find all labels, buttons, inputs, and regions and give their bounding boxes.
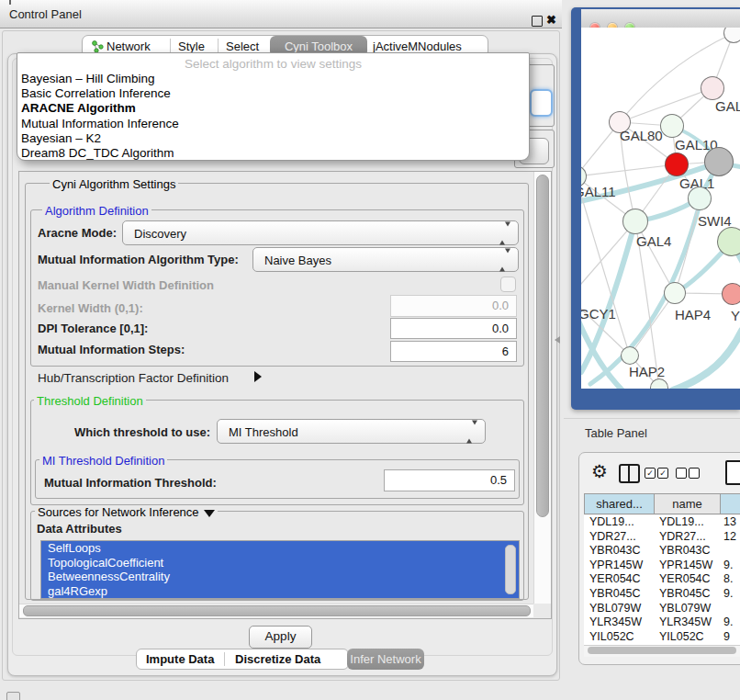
unchecked-box-icon[interactable]	[689, 468, 700, 479]
table-row[interactable]: YPR145WYPR145W9.	[584, 559, 740, 573]
algorithm-option[interactable]: ARACNE Algorithm	[21, 101, 525, 116]
network-node[interactable]	[688, 186, 712, 210]
mi-steps-field[interactable]: 6	[390, 341, 517, 362]
table-cell: YLR345W	[654, 615, 720, 630]
table-row[interactable]: YBR043CYBR043C	[584, 544, 740, 559]
mi-threshold-field[interactable]: 0.5	[384, 469, 515, 491]
table-cell	[720, 602, 740, 616]
network-node[interactable]	[723, 28, 740, 43]
table-cell: YBR043C	[654, 544, 720, 559]
apply-button[interactable]: Apply	[249, 626, 312, 649]
network-node-hap2[interactable]	[621, 346, 639, 365]
mi-steps-label: Mutual Information Steps:	[38, 343, 185, 356]
aracne-mode-combobox[interactable]: Discovery	[122, 220, 519, 245]
float-window-icon[interactable]	[532, 16, 543, 27]
horizontal-scrollbar-thumb[interactable]	[23, 605, 531, 616]
dpi-tolerance-field[interactable]: 0.0	[390, 318, 517, 339]
algorithm-option[interactable]: Basic Correlation Inference	[21, 86, 525, 101]
dpi-tolerance-label: DPI Tolerance [0,1]:	[38, 322, 148, 335]
which-threshold-value: MI Threshold	[229, 424, 298, 438]
document-icon[interactable]	[725, 460, 740, 485]
threshold-definition-legend: Threshold Definition	[34, 394, 146, 408]
window-edge-tick	[9, 0, 11, 5]
network-node-gal4[interactable]	[622, 209, 648, 234]
network-node-gal[interactable]	[701, 76, 724, 100]
table-row[interactable]: YER054CYER054C8.	[584, 572, 740, 587]
manual-kernel-checkbox[interactable]	[500, 277, 516, 292]
mi-threshold-legend: MI Threshold Definition	[39, 454, 167, 468]
table-row[interactable]: YDR27...YDR27...12	[584, 530, 740, 545]
tab-infer-network[interactable]: Infer Network	[347, 649, 424, 670]
network-canvas-nodes: GALGAL80GAL10GAL1GAL11GAL4SWI4GCY1HAP4YH…	[581, 28, 740, 389]
attribute-item[interactable]: TopologicalCoefficient	[41, 556, 519, 570]
panel-divider	[564, 418, 740, 419]
network-node-gal10[interactable]	[660, 114, 684, 138]
collapse-arrow-icon[interactable]	[204, 510, 215, 517]
screen: Control Panel ✖ Network Style Select Cyn…	[0, 0, 740, 700]
network-node[interactable]	[704, 147, 734, 176]
tab-network[interactable]: Network	[107, 40, 151, 53]
table-row[interactable]: YLR345WYLR345W9.	[584, 615, 740, 630]
table-row[interactable]: YBL079WYBL079W	[584, 602, 740, 616]
close-icon[interactable]: ✖	[546, 13, 556, 27]
which-threshold-combobox[interactable]: MI Threshold	[217, 419, 486, 444]
attribute-item[interactable]: gal4RGexp	[41, 584, 519, 599]
table-row[interactable]: YIL052CYIL052C9	[584, 630, 740, 645]
network-node-hap4[interactable]	[664, 282, 686, 304]
kernel-width-field[interactable]: 0.0	[390, 295, 517, 317]
which-threshold-label: Which threshold to use:	[74, 425, 210, 439]
table-cell: YDL19...	[584, 515, 654, 530]
network-node-y[interactable]	[722, 283, 740, 305]
tab-jactivemnodules[interactable]: jActiveMNodules	[373, 40, 462, 53]
algorithm-option[interactable]: Bayesian – K2	[21, 131, 525, 146]
network-node-swi4[interactable]	[717, 227, 740, 256]
checked-box-icon[interactable]: ✓	[645, 468, 656, 479]
minimized-panel-icon[interactable]	[6, 692, 20, 700]
kernel-width-label: Kernel Width (0,1):	[38, 301, 143, 315]
splitpane-collapse-icon[interactable]	[555, 336, 560, 344]
table-cell: YDR27...	[654, 530, 720, 545]
table-cell: 13	[720, 515, 740, 530]
table-hscrollbar-thumb[interactable]	[588, 647, 736, 654]
table-row[interactable]: YBR045CYBR045C9.	[584, 587, 740, 602]
sources-legend: Sources for Network Inference	[35, 505, 218, 519]
network-node-gal1[interactable]	[665, 152, 689, 176]
expand-arrow-icon[interactable]	[254, 371, 262, 382]
algorithm-dropdown: Select algorithm to view settings Bayesi…	[17, 52, 530, 161]
control-panel-titlebar[interactable]: Control Panel ✖	[0, 0, 562, 28]
attribute-item[interactable]: SelfLoops	[41, 541, 519, 556]
table-panel-title: Table Panel	[585, 426, 647, 440]
table-cell: YPR145W	[654, 559, 720, 573]
unchecked-box-icon[interactable]	[676, 468, 687, 479]
data-attributes-list: SelfLoopsTopologicalCoefficientBetweenne…	[40, 540, 520, 599]
algorithm-option[interactable]: Bayesian – Hill Climbing	[21, 72, 525, 86]
table-cell: YER054C	[654, 572, 720, 587]
mi-type-combobox[interactable]: Naive Bayes	[252, 247, 519, 272]
attr-items-holder: SelfLoopsTopologicalCoefficientBetweenne…	[41, 541, 519, 598]
table-row[interactable]: YDL19...YDL19...13	[584, 515, 740, 530]
mi-type-label: Mutual Information Algorithm Type:	[38, 253, 239, 266]
algorithm-combobox-fragment[interactable]	[530, 89, 553, 117]
tab-select[interactable]: Select	[226, 40, 259, 53]
network-window-titlebar[interactable]	[581, 9, 740, 28]
algorithm-option[interactable]: Dream8 DC_TDC Algorithm	[21, 146, 525, 161]
vertical-scrollbar-thumb[interactable]	[536, 175, 549, 517]
network-canvas[interactable]: GALGAL80GAL10GAL1GAL11GAL4SWI4GCY1HAP4YH…	[581, 28, 740, 389]
tab-style[interactable]: Style	[178, 40, 205, 53]
combo-arrows-icon	[499, 253, 510, 266]
column-header-partial[interactable]: A	[720, 493, 740, 514]
algorithm-option[interactable]: Mutual Information Inference	[21, 117, 525, 131]
hub-definition-label: Hub/Transcription Factor Definition	[38, 371, 229, 385]
list-scrollbar-thumb[interactable]	[505, 545, 516, 594]
column-header-shared[interactable]: shared...	[584, 493, 655, 514]
attribute-item[interactable]: BetweennessCentrality	[41, 570, 519, 584]
table-cell: YBR043C	[584, 544, 654, 559]
network-node[interactable]	[650, 378, 668, 389]
tab-impute-data[interactable]: Impute Data	[146, 652, 214, 666]
split-columns-icon[interactable]	[619, 464, 640, 483]
tab-discretize-data[interactable]: Discretize Data	[235, 652, 320, 666]
gear-icon[interactable]: ⚙	[591, 460, 608, 482]
table-cell: 8.	[720, 572, 740, 587]
column-header-name[interactable]: name	[654, 493, 721, 514]
checked-box-icon[interactable]: ✓	[657, 468, 668, 479]
